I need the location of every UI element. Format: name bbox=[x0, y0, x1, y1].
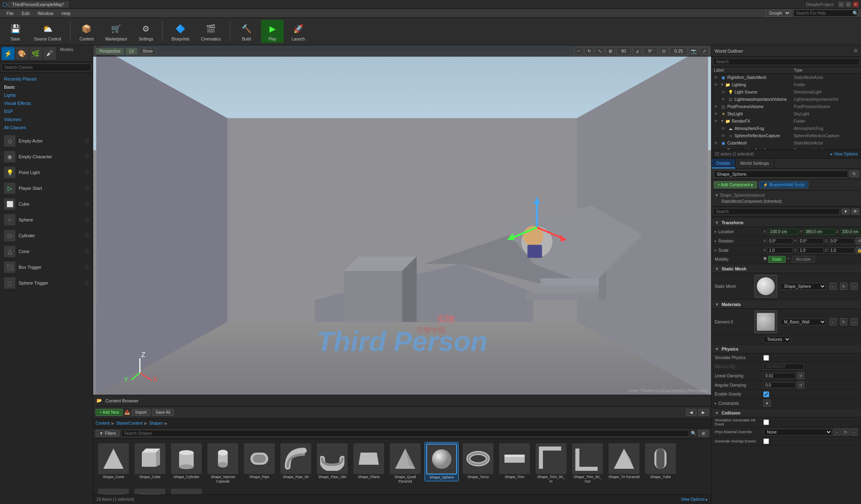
info-icon[interactable]: ⓘ bbox=[85, 201, 89, 207]
linear-damping-input[interactable] bbox=[763, 373, 796, 379]
menu-edit[interactable]: Edit bbox=[18, 10, 34, 17]
list-item[interactable]: ◌ Sphere Trigger ⓘ bbox=[0, 275, 93, 291]
location-y-input[interactable] bbox=[803, 229, 835, 235]
list-item[interactable]: 💡 Point Light ⓘ bbox=[0, 165, 93, 181]
outliner-item[interactable]: 👁 💡 Light Source DirectionalLight bbox=[711, 88, 861, 96]
details-eye-btn[interactable]: 👁 bbox=[851, 208, 859, 215]
mat-browse-btn[interactable]: ← bbox=[829, 318, 837, 325]
tab-world-settings[interactable]: World Settings bbox=[735, 159, 774, 168]
source-control-button[interactable]: ⛅ Source Control bbox=[30, 20, 65, 43]
mat-use-btn[interactable]: ↻ bbox=[840, 318, 847, 325]
asset-item[interactable]: Shape_Trim_90_ Out bbox=[570, 442, 605, 485]
asset-item[interactable]: Shape_Torus bbox=[461, 442, 495, 481]
expand-icon[interactable]: ▼ bbox=[720, 83, 724, 87]
scale-lock-btn[interactable]: 🔒 bbox=[856, 247, 861, 254]
vp-grid-snap[interactable]: 90 bbox=[616, 47, 631, 55]
asset-item[interactable]: Shape_Trim_90_ In bbox=[534, 442, 568, 485]
simulate-physics-checkbox[interactable] bbox=[763, 355, 769, 361]
forward-button[interactable]: ▶ bbox=[698, 409, 709, 416]
outliner-item[interactable]: 👁 ◻ PostProcessVolume PostProcessVolume bbox=[711, 103, 861, 110]
close-btn[interactable]: ✕ bbox=[853, 2, 859, 7]
cb-view-options[interactable]: View Options ▸ bbox=[681, 497, 708, 502]
info-icon[interactable]: ⓘ bbox=[85, 154, 89, 159]
list-item[interactable]: ◇ Empty Actor ⓘ bbox=[0, 133, 93, 149]
list-item[interactable]: ▷ Player Start ⓘ bbox=[0, 181, 93, 196]
settings-button[interactable]: ⚙ Settings bbox=[135, 20, 157, 43]
rotation-y-input[interactable] bbox=[798, 238, 824, 244]
location-x-input[interactable] bbox=[767, 229, 799, 235]
mesh-use-btn[interactable]: ↻ bbox=[840, 283, 847, 290]
angular-damping-input[interactable] bbox=[763, 382, 796, 388]
vp-maximize-icon[interactable]: ⤢ bbox=[700, 47, 709, 55]
info-icon[interactable]: ⓘ bbox=[85, 170, 89, 175]
add-new-button[interactable]: + Add New bbox=[96, 409, 123, 416]
asset-item[interactable]: Shape_Cube bbox=[133, 442, 167, 481]
mode-paint[interactable]: 🎨 bbox=[15, 47, 28, 60]
bc-shapes[interactable]: Shapes bbox=[149, 421, 163, 425]
list-item[interactable]: ⬭ Cylinder ⓘ bbox=[0, 228, 93, 244]
viewport[interactable]: Perspective Lit Show ↔ ↻ ⤡ ⊞ 90 ⊿ 9° ⊡ 0… bbox=[93, 45, 711, 395]
vp-camera-icon[interactable]: 📷 bbox=[689, 47, 698, 55]
back-button[interactable]: ◀ bbox=[686, 409, 696, 416]
mat-nav-btn[interactable]: → bbox=[850, 318, 858, 325]
scale-y-input[interactable] bbox=[798, 247, 824, 253]
category-bsp[interactable]: BSP bbox=[0, 107, 93, 115]
category-all-classes[interactable]: All Classes bbox=[0, 123, 93, 132]
bc-content[interactable]: Content bbox=[96, 421, 110, 425]
menu-window[interactable]: Window bbox=[34, 10, 58, 17]
rotation-x-input[interactable] bbox=[767, 238, 793, 244]
rotation-z-input[interactable] bbox=[829, 238, 855, 244]
transform-header[interactable]: ▼ Transform bbox=[711, 219, 861, 227]
phys-nav-btn[interactable]: → bbox=[850, 428, 858, 436]
info-icon[interactable]: ⓘ bbox=[85, 249, 89, 254]
collision-header[interactable]: ▼ Collision bbox=[711, 409, 861, 417]
vp-translate-icon[interactable]: ↔ bbox=[574, 47, 583, 55]
help-search[interactable] bbox=[793, 10, 858, 17]
build-button[interactable]: 🔨 Build bbox=[235, 20, 258, 43]
cb-search-input[interactable] bbox=[121, 430, 689, 437]
vp-grid-icon[interactable]: ⊞ bbox=[606, 47, 615, 55]
object-name-input[interactable] bbox=[714, 170, 848, 178]
list-item[interactable]: ◉ Empty Character ⓘ bbox=[0, 149, 93, 165]
rotation-reset-btn[interactable]: ↺ bbox=[856, 237, 861, 245]
asset-item[interactable]: Shape_Trim bbox=[498, 442, 532, 481]
vp-scale-icon[interactable]: ⤡ bbox=[595, 47, 604, 55]
info-icon[interactable]: ⓘ bbox=[85, 185, 89, 191]
blueprints-button[interactable]: 🔷 Blueprints bbox=[167, 20, 193, 43]
asset-item[interactable]: Shape_Pipe_180 bbox=[315, 442, 349, 481]
outliner-search-input[interactable] bbox=[713, 58, 859, 65]
phys-browse-btn[interactable]: ← bbox=[833, 428, 841, 436]
google-dropdown[interactable]: Google bbox=[765, 10, 791, 17]
asset-item[interactable]: Shape_Pipe bbox=[242, 442, 276, 481]
info-icon[interactable]: ⓘ bbox=[85, 138, 89, 144]
component-child[interactable]: StaticMeshComponent (Inherited) bbox=[715, 198, 858, 204]
outliner-item[interactable]: 👁 ○ SphereReflectionCapture SphereReflec… bbox=[711, 132, 861, 139]
movable-btn[interactable]: Movable bbox=[792, 256, 815, 263]
mode-placement[interactable]: ⚡ bbox=[2, 47, 15, 60]
outliner-item[interactable]: 👁 ◼ RightArm_StaticMesh StaticMeshActor bbox=[711, 74, 861, 81]
perspective-btn[interactable]: Perspective bbox=[96, 48, 124, 55]
mesh-browse-btn[interactable]: ← bbox=[829, 283, 837, 290]
angular-damping-reset[interactable]: ↺ bbox=[797, 381, 804, 389]
asset-item[interactable]: Shape_Narrow Capsule bbox=[206, 442, 240, 485]
vp-rotate-icon[interactable]: ↻ bbox=[585, 47, 594, 55]
minimize-btn[interactable]: ─ bbox=[838, 2, 844, 7]
textures-dropdown[interactable]: Textures bbox=[763, 336, 791, 343]
category-visual-effects[interactable]: Visual Effects bbox=[0, 99, 93, 107]
static-mesh-header[interactable]: ▼ Static Mesh bbox=[711, 265, 861, 273]
tab-details[interactable]: Details bbox=[711, 159, 735, 168]
asset-item[interactable]: Shape_Wide Capsule bbox=[169, 487, 203, 494]
asset-item[interactable]: Shape_Sphere bbox=[425, 442, 459, 481]
materials-header[interactable]: ▼ Materials bbox=[711, 300, 861, 309]
save-button[interactable]: 💾 Save bbox=[4, 20, 27, 43]
asset-item[interactable]: Shape_Pipe_90 bbox=[279, 442, 313, 481]
overlap-checkbox[interactable] bbox=[763, 438, 769, 444]
expand-icon[interactable]: ▼ bbox=[720, 119, 724, 123]
info-icon[interactable]: ⓘ bbox=[85, 280, 89, 286]
refresh-button[interactable]: ↻ bbox=[850, 171, 859, 177]
mesh-nav-btn[interactable]: → bbox=[850, 283, 858, 290]
launch-button[interactable]: 🚀 Launch bbox=[287, 20, 310, 43]
sim-hit-checkbox[interactable] bbox=[763, 419, 769, 425]
details-search-input[interactable] bbox=[713, 208, 840, 215]
title-tab[interactable]: ThirdPersonExampleMap* bbox=[7, 1, 69, 8]
